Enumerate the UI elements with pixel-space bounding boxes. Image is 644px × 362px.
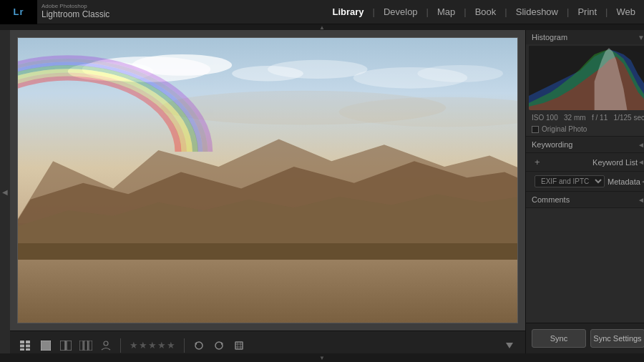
svg-point-4 (268, 60, 368, 79)
main-content: ◀ (0, 30, 644, 353)
keywording-section: Keywording ◄ (526, 137, 644, 153)
histogram-info: ISO 100 32 mm f / 11 1/125 sec (526, 112, 644, 124)
star-4[interactable]: ★ (157, 340, 166, 351)
keyword-list-arrow: ◄ (638, 158, 644, 166)
keyword-list-header[interactable]: + Keyword List ◄ (526, 153, 644, 171)
original-photo-checkbox[interactable] (532, 126, 539, 133)
svg-marker-43 (506, 343, 513, 348)
comments-header[interactable]: Comments ◄ (526, 192, 644, 207)
svg-rect-23 (20, 344, 24, 347)
svg-rect-33 (84, 341, 88, 351)
sep1 (120, 338, 121, 353)
comments-section: Comments ◄ (526, 192, 644, 208)
lr-logo-text: Lr (14, 6, 24, 17)
photo-scene (18, 38, 517, 323)
lr-logo: Lr (0, 0, 37, 24)
svg-rect-26 (26, 348, 30, 351)
ground-layer (18, 260, 517, 323)
nav-book[interactable]: Book (467, 0, 505, 24)
aperture-value: f / 11 (592, 114, 608, 122)
nav-web[interactable]: Web (608, 0, 645, 24)
people-view-btn[interactable] (97, 337, 114, 354)
svg-rect-25 (20, 348, 24, 351)
svg-rect-29 (60, 341, 65, 351)
nav-menu: Library | Develop | Map | Book | Slidesh… (323, 0, 644, 24)
rotate-left-btn[interactable] (190, 337, 208, 354)
keyword-plus-btn[interactable]: + (535, 157, 540, 167)
photo-frame (17, 37, 518, 323)
star-rating[interactable]: ★ ★ ★ ★ ★ (130, 340, 175, 351)
loupe-view-btn[interactable] (37, 337, 54, 354)
left-collapse-icon: ◀ (2, 188, 8, 196)
metadata-arrow: ◄ (640, 177, 644, 185)
svg-rect-31 (67, 341, 72, 351)
star-2[interactable]: ★ (139, 340, 147, 351)
svg-point-6 (417, 65, 503, 82)
svg-rect-28 (42, 341, 50, 350)
star-5[interactable]: ★ (167, 340, 175, 351)
keywording-label: Keywording (532, 140, 572, 149)
keyword-list-section: + Keyword List ◄ (526, 153, 644, 172)
nav-slideshow[interactable]: Slideshow (507, 0, 567, 24)
metadata-select[interactable]: EXIF and IPTC (535, 175, 605, 187)
grid-view-btn[interactable] (17, 337, 34, 354)
sync-settings-button[interactable]: Sync Settings (590, 329, 644, 348)
sync-button[interactable]: Sync (532, 329, 586, 348)
metadata-header[interactable]: EXIF and IPTC Metadata ◄ (526, 172, 644, 191)
app-name-area: Adobe Photoshop Lightroom Classic (42, 4, 109, 21)
sep2 (184, 338, 185, 353)
survey-view-btn[interactable] (77, 337, 94, 354)
histogram-title: Histogram (532, 33, 567, 41)
comments-label: Comments (532, 195, 570, 204)
svg-rect-34 (89, 341, 92, 351)
center-area: ★ ★ ★ ★ ★ (10, 30, 525, 353)
comments-arrow: ◄ (638, 196, 644, 204)
compare-view-btn[interactable] (57, 337, 74, 354)
histogram-arrow[interactable]: ▼ (638, 34, 644, 41)
original-photo-row: Original Photo (526, 124, 644, 136)
bottom-toolbar-right (501, 337, 518, 354)
original-photo-label: Original Photo (542, 125, 587, 133)
toolbar-dropdown-btn[interactable] (501, 337, 518, 354)
star-3[interactable]: ★ (148, 340, 157, 351)
iso-value: ISO 100 (532, 114, 558, 122)
expand-bottom-arrow[interactable]: ▼ (319, 355, 325, 361)
svg-rect-20 (17, 243, 518, 260)
bottom-expand-area[interactable]: ▼ (0, 353, 644, 362)
left-panel-toggle[interactable]: ◀ (0, 30, 10, 353)
nav-print[interactable]: Print (569, 0, 605, 24)
metadata-label: Metadata (608, 177, 640, 186)
nav-library[interactable]: Library (323, 0, 372, 24)
metadata-section: EXIF and IPTC Metadata ◄ (526, 172, 644, 192)
crop-overlay-btn[interactable] (230, 337, 248, 354)
star-1[interactable]: ★ (130, 340, 138, 351)
rotate-right-btn[interactable] (210, 337, 228, 354)
svg-rect-22 (26, 341, 30, 343)
adobe-photoshop-label: Adobe Photoshop (42, 4, 109, 9)
keywording-header[interactable]: Keywording ◄ (526, 137, 644, 152)
mountain-layer (17, 117, 518, 260)
top-expand-indicator[interactable]: ▲ (0, 24, 644, 30)
histogram-panel: Histogram ▼ ISO 100 (526, 30, 644, 137)
right-panel: Histogram ▼ ISO 100 (525, 30, 644, 353)
nav-map[interactable]: Map (429, 0, 464, 24)
svg-point-35 (104, 341, 108, 346)
bottom-toolbar: ★ ★ ★ ★ ★ (10, 331, 525, 353)
photo-container (10, 30, 525, 331)
histogram-header: Histogram ▼ (526, 30, 644, 44)
histogram-canvas (529, 46, 644, 110)
svg-rect-32 (79, 341, 83, 351)
svg-rect-21 (20, 341, 24, 343)
nav-develop[interactable]: Develop (375, 0, 426, 24)
keywording-arrow: ◄ (638, 141, 644, 149)
right-bottom-btns: Sync Sync Settings (526, 323, 644, 353)
top-bar: Lr Adobe Photoshop Lightroom Classic Lib… (0, 0, 644, 24)
focal-value: 32 mm (564, 114, 586, 122)
svg-rect-24 (26, 344, 30, 347)
shutter-value: 1/125 sec (614, 114, 644, 122)
svg-rect-38 (235, 342, 243, 349)
keyword-list-label: Keyword List (592, 158, 638, 167)
lightroom-classic-label: Lightroom Classic (42, 9, 109, 21)
